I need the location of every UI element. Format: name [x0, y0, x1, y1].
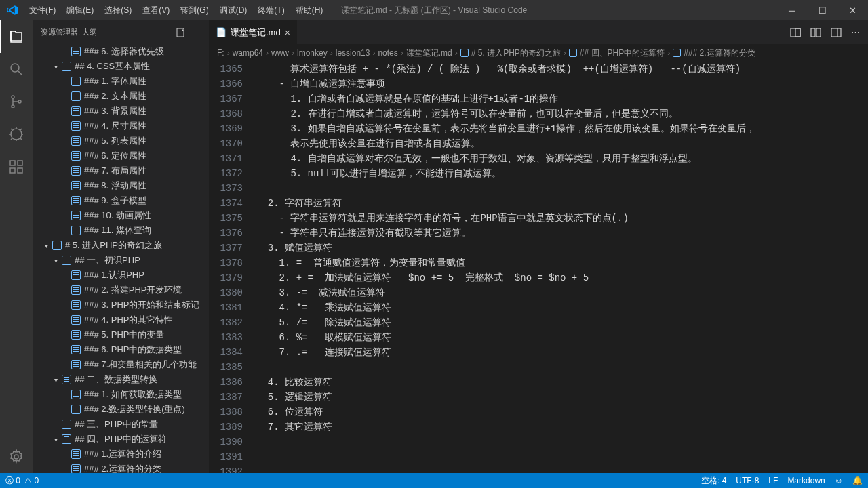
menu-terminal[interactable]: 终端(T) [252, 0, 290, 20]
tree-item[interactable]: ### 11. 媒体查询 [33, 223, 209, 238]
breadcrumb-item[interactable]: 课堂笔记.md [406, 47, 452, 59]
code-line[interactable] [256, 181, 868, 196]
code-line[interactable]: 4. 比较运算符 [256, 375, 868, 390]
code-line[interactable] [256, 360, 868, 375]
code-line[interactable]: - 字符串运算符就是用来连接字符串的符号，在PHP语言中就是英文状态下的点(.) [256, 211, 868, 226]
debug-icon[interactable] [0, 118, 33, 150]
tree-item[interactable]: ▾## 四、PHP中的运算符 [33, 432, 209, 447]
tree-item[interactable]: ### 9. 盒子模型 [33, 193, 209, 208]
code-line[interactable]: 5. 逻辑运算符 [256, 390, 868, 405]
tree-item[interactable]: ### 7.和变量相关的几个功能 [33, 357, 209, 372]
tree-item[interactable]: ### 6. 定位属性 [33, 148, 209, 163]
tree-item[interactable]: ▾# 5. 进入PHP的奇幻之旅 [33, 238, 209, 253]
code-line[interactable]: 7. 其它运算符 [256, 420, 868, 434]
breadcrumb-item[interactable]: ### 2.运算符的分类 [673, 47, 755, 59]
tab-close-icon[interactable]: × [285, 27, 290, 38]
code-line[interactable]: 4. *= 乘法赋值运算符 [256, 300, 868, 315]
code-line[interactable]: 1. = 普通赋值运算符，为变量和常量赋值 [256, 256, 868, 270]
breadcrumb-item[interactable]: # 5. 进入PHP的奇幻之旅 [460, 47, 561, 59]
search-icon[interactable] [0, 53, 33, 85]
tree-item[interactable]: ### 7. 布局属性 [33, 163, 209, 178]
explorer-icon[interactable] [0, 20, 33, 53]
breadcrumbs[interactable]: F:›wamp64›www›lmonkey›lession13›notes›课堂… [209, 44, 868, 62]
code-line[interactable]: 3. 赋值运算符 [256, 241, 868, 256]
error-count[interactable]: ⓧ 0 [5, 475, 20, 487]
tree-item[interactable]: ### 2.数据类型转换(重点) [33, 402, 209, 417]
source-control-icon[interactable] [0, 85, 33, 118]
code-line[interactable]: 4. 自增自减运算对布尔值无效，一般也不用于数组、对象、资源等类型，只用于整型和… [256, 151, 868, 166]
extensions-icon[interactable] [0, 150, 33, 183]
chevron-icon[interactable]: ▾ [50, 436, 61, 443]
maximize-button[interactable]: ☐ [807, 0, 837, 20]
notifications-icon[interactable]: 🔔 [852, 476, 863, 485]
menu-file[interactable]: 文件(F) [24, 0, 61, 20]
code-line[interactable]: 2. 字符串运算符 [256, 196, 868, 211]
menu-view[interactable]: 查看(V) [137, 0, 175, 20]
tree-item[interactable]: ### 4. 尺寸属性 [33, 119, 209, 134]
code-line[interactable]: 表示先使用该变量在进行自增或者自减运算。 [256, 136, 868, 151]
close-button[interactable]: ✕ [837, 0, 868, 20]
tree-item[interactable]: ### 3. 背景属性 [33, 104, 209, 119]
tree-item[interactable]: ▾## 一、初识PHP [33, 253, 209, 268]
code-line[interactable]: 7. .= 连接赋值运算符 [256, 345, 868, 360]
editor-more-icon[interactable]: ⋯ [851, 27, 860, 37]
tree-item[interactable]: ### 8. 浮动属性 [33, 178, 209, 193]
tree-item[interactable]: ### 2. 搭建PHP开发环境 [33, 283, 209, 298]
feedback-icon[interactable]: ☺ [835, 476, 843, 485]
status-encoding[interactable]: UTF-8 [736, 476, 759, 485]
breadcrumb-item[interactable]: lmonkey [297, 48, 328, 58]
warning-count[interactable]: ⚠ 0 [24, 476, 39, 485]
more-icon[interactable]: ⋯ [193, 27, 201, 38]
code-line[interactable]: 6. %= 取模赋值运算符 [256, 330, 868, 345]
tree-item[interactable]: ▾## 4. CSS基本属性 [33, 59, 209, 74]
code-line[interactable]: 3. 如果自增自减运算符号在变量前，表示先将当前变量进行+1操作，然后在使用该变… [256, 121, 868, 136]
code-line[interactable]: 算术运算符包括 + - *(乘法) / ( 除法 ) %(取余或者求模) ++(… [256, 62, 868, 77]
status-spaces[interactable]: 空格: 4 [701, 475, 726, 487]
code-line[interactable]: 6. 位运算符 [256, 405, 868, 420]
tree-item[interactable]: ### 10. 动画属性 [33, 208, 209, 223]
tree-item[interactable]: ▾## 二、数据类型转换 [33, 372, 209, 387]
tab-active[interactable]: 📄 课堂笔记.md × [209, 20, 298, 44]
code-line[interactable]: 3. -= 减法赋值运算符 [256, 285, 868, 300]
editor[interactable]: 1365136613671368136913701371137213731374… [209, 62, 868, 473]
tree-item[interactable]: ### 5. 列表属性 [33, 134, 209, 148]
code-line[interactable]: - 自增自减运算注意事项 [256, 77, 868, 92]
code-line[interactable] [256, 449, 868, 464]
code-line[interactable]: 2. + = 加法赋值运算符 $no += 5 完整格式 $no = $no +… [256, 270, 868, 285]
tree-item[interactable]: ### 4. PHP的其它特性 [33, 312, 209, 327]
layout-icon[interactable] [831, 27, 842, 38]
tree-item[interactable]: ### 6. 选择器优先级 [33, 44, 209, 59]
tree-item[interactable]: ### 3. PHP的开始和结束标记 [33, 298, 209, 312]
preview-icon[interactable] [790, 27, 801, 38]
menu-go[interactable]: 转到(G) [175, 0, 214, 20]
minimize-button[interactable]: ─ [776, 0, 807, 20]
tree-item[interactable]: ### 2.运算符的分类 [33, 462, 209, 473]
menu-debug[interactable]: 调试(D) [214, 0, 253, 20]
breadcrumb-item[interactable]: wamp64 [233, 48, 263, 58]
code-line[interactable] [256, 464, 868, 473]
breadcrumb-item[interactable]: ## 四、PHP中的运算符 [569, 47, 665, 59]
split-icon[interactable] [810, 27, 821, 38]
code-line[interactable] [256, 434, 868, 449]
breadcrumb-item[interactable]: notes [378, 48, 397, 58]
tree-item[interactable]: ### 1. 如何获取数据类型 [33, 387, 209, 402]
code-line[interactable]: 1. 自增或者自减运算就是在原值的基础上进行+1或者-1的操作 [256, 92, 868, 106]
breadcrumb-item[interactable]: www [271, 48, 289, 58]
breadcrumb-item[interactable]: lession13 [336, 48, 370, 58]
tree-item[interactable]: ## 三、PHP中的常量 [33, 417, 209, 432]
code-line[interactable]: 5. /= 除法赋值运算符 [256, 315, 868, 330]
status-eol[interactable]: LF [768, 476, 778, 485]
tree-item[interactable]: ### 6. PHP中的数据类型 [33, 342, 209, 357]
tree-item[interactable]: ### 5. PHP中的变量 [33, 327, 209, 342]
status-language[interactable]: Markdown [787, 476, 825, 485]
code-line[interactable]: - 字符串只有连接运算没有截取等其它运算。 [256, 226, 868, 241]
tree-item[interactable]: ### 1. 字体属性 [33, 74, 209, 89]
chevron-icon[interactable]: ▾ [41, 242, 52, 249]
tree-item[interactable]: ### 1.运算符的介绍 [33, 447, 209, 462]
code-line[interactable]: 5. null可以进行自增运算，不能进行自减运算。 [256, 166, 868, 181]
chevron-icon[interactable]: ▾ [50, 257, 61, 264]
new-file-icon[interactable] [176, 27, 186, 38]
settings-icon[interactable] [0, 441, 33, 473]
menu-help[interactable]: 帮助(H) [290, 0, 329, 20]
chevron-icon[interactable]: ▾ [50, 376, 61, 384]
